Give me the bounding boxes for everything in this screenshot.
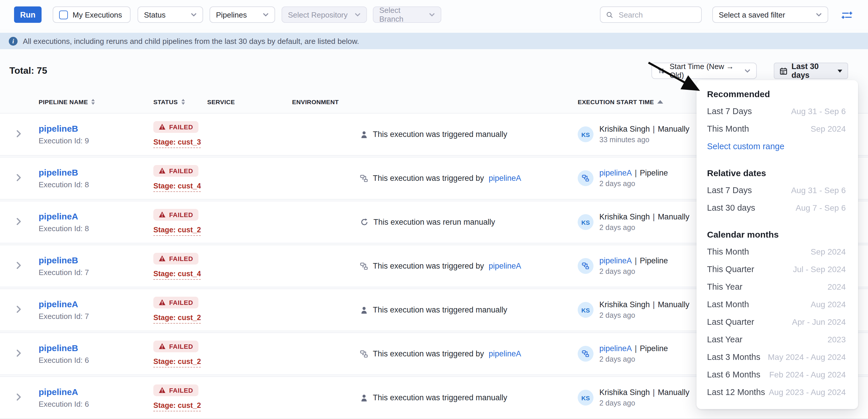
stage-link[interactable]: Stage: cust_2: [153, 313, 201, 323]
select-branch-dropdown[interactable]: Select Branch: [373, 6, 441, 23]
sort-dropdown[interactable]: Start Time (New → Old): [651, 63, 757, 79]
trigger-text: This execution was rerun manually: [373, 218, 495, 226]
total-count: Total: 75: [9, 66, 47, 76]
triggered-by-name[interactable]: Krishika Singh: [599, 300, 650, 309]
stage-link[interactable]: Stage: cust_4: [153, 182, 201, 192]
menu-item-label: This Year: [707, 282, 742, 291]
triggered-by: pipelineA|Pipeline: [599, 344, 668, 353]
status-label: FAILED: [169, 255, 193, 262]
menu-item[interactable]: Last 12 Months Aug 2023 - Aug 2024: [696, 383, 858, 401]
menu-item[interactable]: This Month Sep 2024: [696, 120, 858, 137]
status-label: FAILED: [169, 299, 193, 306]
menu-item[interactable]: This Year 2024: [696, 278, 858, 295]
status-label: FAILED: [169, 387, 193, 393]
sort-icon: [658, 67, 665, 74]
triggered-by: Krishika Singh|Manually: [599, 388, 689, 397]
menu-item[interactable]: Last 30 days Aug 7 - Sep 6: [696, 199, 858, 217]
pipeline-name-link[interactable]: pipelineB: [39, 343, 153, 353]
execution-id: Execution Id: 6: [39, 356, 153, 364]
menu-item[interactable]: Select custom range: [696, 137, 858, 155]
expand-chevron-icon[interactable]: [17, 217, 21, 225]
my-executions-toggle[interactable]: My Executions: [53, 6, 130, 23]
status-label: FAILED: [169, 211, 193, 218]
pipeline-trigger-icon: [360, 262, 368, 270]
triggered-by-name[interactable]: pipelineA: [599, 344, 632, 353]
time-ago: 2 days ago: [599, 355, 668, 363]
expand-chevron-icon[interactable]: [17, 393, 21, 400]
search-box[interactable]: [600, 6, 702, 23]
trigger-pipeline-link[interactable]: pipelineA: [489, 174, 521, 183]
trigger-type: Manually: [658, 125, 689, 133]
menu-item-label: Last 12 Months: [707, 387, 765, 397]
menu-item[interactable]: Last 7 Days Aug 31 - Sep 6: [696, 182, 858, 199]
triggered-by-name[interactable]: Krishika Singh: [599, 213, 650, 221]
menu-item-range: Apr - Jun 2024: [792, 317, 846, 326]
stage-link[interactable]: Stage: cust_2: [153, 401, 201, 411]
menu-item[interactable]: This Quarter Jul - Sep 2024: [696, 260, 858, 278]
pipeline-avatar-icon: [582, 262, 589, 270]
my-executions-checkbox[interactable]: [59, 10, 68, 19]
menu-item-range: Sep 2024: [811, 247, 846, 256]
menu-item[interactable]: Last Quarter Apr - Jun 2024: [696, 313, 858, 331]
expand-chevron-icon[interactable]: [17, 349, 21, 357]
search-input[interactable]: [618, 10, 695, 20]
date-range-button[interactable]: Last 30 days: [774, 63, 848, 79]
pipeline-name-link[interactable]: pipelineA: [39, 211, 153, 221]
avatar: KS: [578, 214, 593, 230]
menu-item-label: Select custom range: [707, 141, 784, 151]
expand-chevron-icon[interactable]: [17, 261, 21, 269]
menu-item-label: Last 7 Days: [707, 106, 752, 116]
triggered-by-name[interactable]: Krishika Singh: [599, 125, 650, 133]
separator: |: [653, 125, 655, 133]
chevron-down-icon: [191, 13, 197, 17]
menu-section: Relative dates Last 7 Days Aug 31 - Sep …: [696, 164, 858, 217]
stage-link[interactable]: Stage: cust_2: [153, 357, 201, 367]
pipeline-name-link[interactable]: pipelineA: [39, 387, 153, 397]
trigger-text: This execution was triggered manually: [373, 393, 507, 402]
pipeline-name-link[interactable]: pipelineB: [39, 255, 153, 265]
menu-item[interactable]: Last Month Aug 2024: [696, 295, 858, 313]
menu-item-label: This Month: [707, 247, 749, 256]
menu-item[interactable]: Last Year 2023: [696, 331, 858, 348]
status-filter-label: Status: [144, 10, 186, 19]
expand-chevron-icon[interactable]: [17, 130, 21, 137]
menu-item-label: Last 3 Months: [707, 352, 760, 362]
select-repository-dropdown[interactable]: Select Repository: [282, 6, 367, 23]
sort-label: Start Time (New → Old): [670, 62, 740, 79]
menu-item[interactable]: This Month Sep 2024: [696, 243, 858, 260]
stage-link[interactable]: Stage: cust_3: [153, 138, 201, 148]
status-filter-dropdown[interactable]: Status: [137, 6, 203, 23]
pipeline-trigger-icon: [360, 350, 368, 358]
menu-item[interactable]: Last 7 Days Aug 31 - Sep 6: [696, 102, 858, 120]
stage-link[interactable]: Stage: cust_4: [153, 269, 201, 280]
avatar: [578, 258, 593, 274]
col-pipeline-name[interactable]: PIPELINE NAME: [39, 98, 153, 105]
trigger-pipeline-link[interactable]: pipelineA: [489, 262, 521, 270]
trigger-pipeline-link[interactable]: pipelineA: [489, 349, 521, 358]
chevron-down-icon: [816, 13, 822, 17]
triggered-by-name[interactable]: Krishika Singh: [599, 388, 650, 397]
pipelines-filter-dropdown[interactable]: Pipelines: [210, 6, 275, 23]
search-icon: [607, 11, 613, 19]
trigger-info: This execution was triggered manually: [360, 130, 578, 139]
expand-chevron-icon[interactable]: [17, 173, 21, 181]
menu-item-range: 2023: [828, 335, 846, 344]
user-icon: [360, 306, 368, 314]
triggered-by-name[interactable]: pipelineA: [599, 168, 632, 177]
stage-link[interactable]: Stage: cust_2: [153, 226, 201, 235]
col-status[interactable]: STATUS: [153, 98, 207, 105]
menu-item[interactable]: Last 6 Months Feb 2024 - Aug 2024: [696, 366, 858, 383]
menu-item[interactable]: Last 3 Months May 2024 - Aug 2024: [696, 348, 858, 366]
pipeline-name-link[interactable]: pipelineB: [39, 167, 153, 177]
triggered-by-name[interactable]: pipelineA: [599, 256, 632, 265]
saved-filter-label: Select a saved filter: [719, 10, 811, 19]
menu-item-range: Aug 31 - Sep 6: [791, 186, 846, 195]
warning-triangle-icon: [159, 124, 166, 130]
saved-filter-dropdown[interactable]: Select a saved filter: [712, 6, 828, 23]
expand-chevron-icon[interactable]: [17, 305, 21, 313]
pipeline-name-link[interactable]: pipelineB: [39, 124, 153, 133]
run-button[interactable]: Run: [14, 6, 41, 23]
triggered-by: Krishika Singh|Manually: [599, 300, 689, 309]
pipeline-name-link[interactable]: pipelineA: [39, 299, 153, 309]
filter-settings-button[interactable]: [840, 9, 854, 22]
